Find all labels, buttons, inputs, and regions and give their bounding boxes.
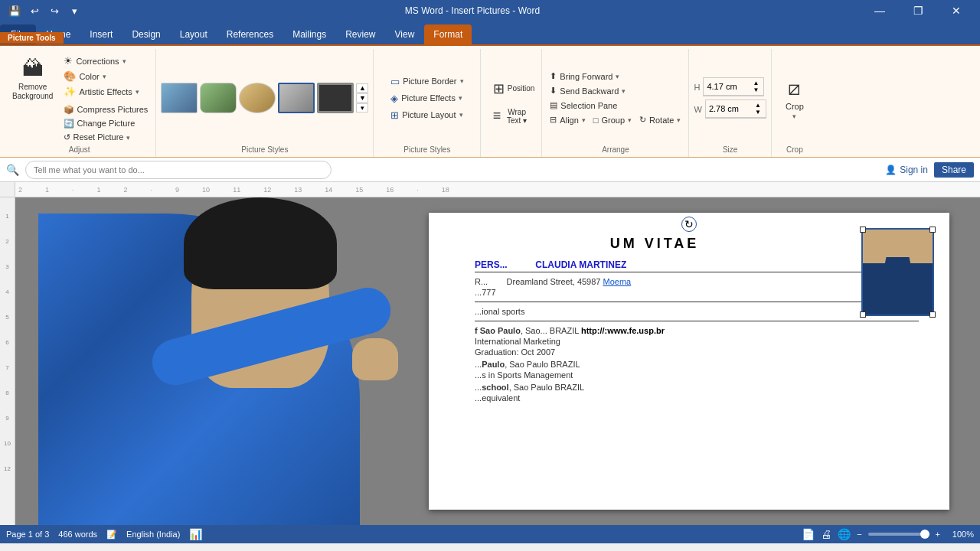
quick-access-toolbar: 💾 ↩ ↪ ▾	[6, 2, 83, 19]
crop-button[interactable]: ⧄ Crop ▾	[779, 72, 810, 124]
resize-handle-tr[interactable]	[929, 227, 936, 233]
language[interactable]: English (India)	[126, 530, 180, 539]
align-button[interactable]: ⊟ Align ▾	[547, 113, 588, 126]
redo-btn[interactable]: ↪	[46, 2, 63, 19]
undo-btn[interactable]: ↩	[26, 2, 43, 19]
zoom-in-btn[interactable]: +	[936, 530, 940, 539]
edu1-line: f Sao Paulo, Sao... BRAZIL http://:www.f…	[475, 326, 919, 335]
height-up[interactable]: ▲	[752, 80, 761, 86]
print-layout-icon[interactable]: 🖨	[821, 528, 831, 540]
picture-styles-gallery	[161, 83, 354, 113]
document-title: UM VITAE	[475, 236, 919, 252]
picture-border-label: Picture Styles	[403, 144, 450, 154]
save-btn[interactable]: 💾	[6, 2, 23, 19]
gallery-more[interactable]: ▾	[356, 103, 368, 112]
format-ribbon: Picture Tools 🏔 RemoveBackground ☀ Corre…	[0, 44, 980, 158]
width-input[interactable]: 2.78 cm ▲ ▼	[705, 99, 766, 119]
width-up[interactable]: ▲	[753, 102, 763, 109]
change-picture-button[interactable]: 🔄 Change Picture	[60, 117, 151, 130]
selection-pane-button[interactable]: ▤ Selection Pane	[547, 99, 620, 112]
tab-review[interactable]: Review	[336, 24, 384, 44]
artistic-effects-button[interactable]: ✨ Artistic Effects ▾	[60, 84, 151, 99]
track-changes-icon[interactable]: 📊	[189, 528, 202, 540]
zoom-out-btn[interactable]: −	[857, 530, 861, 539]
picture-layout-button[interactable]: ⊞ Picture Layout ▾	[387, 108, 466, 122]
group-button[interactable]: □ Group ▾	[590, 113, 635, 126]
bring-forward-button[interactable]: ⬆ Bring Forward ▾	[547, 70, 622, 83]
photo-container[interactable]	[861, 228, 934, 316]
width-spinner: W 2.78 cm ▲ ▼	[694, 99, 766, 119]
height-spinner: H 4.17 cm ▲ ▼	[694, 77, 764, 96]
edu2-line: ...Paulo, Sao Paulo BRAZIL	[475, 360, 919, 369]
edu3-detail: ...equivalent	[475, 393, 919, 403]
read-mode-icon[interactable]: 📄	[802, 528, 815, 540]
send-backward-button[interactable]: ⬇ Send Backward ▾	[547, 84, 629, 97]
gallery-down[interactable]: ▼	[356, 93, 368, 103]
corrections-button[interactable]: ☀ Corrections ▾	[60, 54, 151, 68]
picture-border-button[interactable]: ▭ Picture Border ▾	[387, 74, 466, 89]
height-value: 4.17 cm	[707, 82, 737, 91]
zoom-thumb[interactable]	[920, 530, 929, 539]
customize-btn[interactable]: ▾	[66, 2, 83, 19]
style-thumb-2[interactable]	[200, 83, 237, 113]
position-wrap-group: ⊞Position ≡Wrap Text ▾	[481, 49, 542, 157]
wrap-text-button[interactable]: ≡Wrap Text ▾	[488, 104, 534, 129]
status-right: 📄 🖨 🌐 − + 100%	[802, 528, 974, 540]
edu1-grad: Graduation: Oct 2007	[475, 347, 919, 357]
resize-handle-bl[interactable]	[860, 311, 866, 318]
height-down[interactable]: ▼	[752, 86, 761, 93]
edu1-course: International Marketing	[475, 337, 919, 346]
picture-border-group: ▭ Picture Border ▾ ◈ Picture Effects ▾ ⊞…	[374, 49, 481, 157]
style-thumb-5[interactable]	[317, 83, 354, 113]
reset-picture-button[interactable]: ↺ Reset Picture ▾	[60, 131, 151, 144]
vertical-ruler: 1234567891012	[0, 197, 15, 525]
share-button[interactable]: Share	[934, 162, 974, 178]
crop-group: ⧄ Crop ▾ Crop	[772, 49, 818, 157]
picture-styles-label: Picture Styles	[241, 144, 288, 154]
edu2-course: ...s in Sports Management	[475, 370, 919, 380]
color-button[interactable]: 🎨 Color ▾	[60, 69, 151, 83]
minimize-btn[interactable]: —	[862, 0, 897, 21]
remove-background-button[interactable]: 🏔 RemoveBackground	[8, 52, 57, 104]
size-label: Size	[723, 144, 737, 154]
picture-styles-group: ▲ ▼ ▾ Picture Styles	[156, 49, 374, 157]
web-layout-icon[interactable]: 🌐	[838, 528, 851, 540]
adjust-group: 🏔 RemoveBackground ☀ Corrections ▾ 🎨 Col…	[3, 49, 156, 157]
resize-handle-br[interactable]	[929, 311, 936, 318]
tab-mailings[interactable]: Mailings	[283, 24, 335, 44]
tab-insert[interactable]: Insert	[80, 24, 122, 44]
zoom-level[interactable]: 100%	[946, 530, 974, 539]
tab-design[interactable]: Design	[122, 24, 169, 44]
tab-format[interactable]: Format	[424, 24, 472, 44]
window-title: MS Word - Insert Pictures - Word	[83, 5, 862, 16]
height-input[interactable]: 4.17 cm ▲ ▼	[703, 77, 764, 96]
maximize-btn[interactable]: ❐	[900, 0, 936, 21]
picture-effects-button[interactable]: ◈ Picture Effects ▾	[387, 91, 466, 106]
style-thumb-4[interactable]	[278, 83, 315, 113]
proofing-icon[interactable]: 📝	[106, 530, 117, 540]
style-thumb-3[interactable]	[239, 83, 276, 113]
compress-pictures-button[interactable]: 📦 Compress Pictures	[60, 103, 151, 116]
arrange-label: Arrange	[602, 144, 629, 154]
divider-2	[475, 321, 919, 321]
photo-image	[863, 230, 933, 315]
search-input[interactable]	[25, 161, 332, 179]
width-down[interactable]: ▼	[753, 109, 763, 116]
position-button[interactable]: ⊞Position	[488, 77, 534, 101]
search-icon: 🔍	[6, 164, 19, 176]
ribbon-tab-bar: File Home Insert Design Layout Reference…	[0, 21, 980, 44]
gallery-up[interactable]: ▲	[356, 83, 368, 93]
tab-view[interactable]: View	[386, 24, 424, 44]
tab-references[interactable]: References	[217, 24, 283, 44]
picture-tools-label: Picture Tools	[0, 32, 64, 44]
resize-handle-tl[interactable]	[860, 227, 866, 233]
rotate-button[interactable]: ↻ Rotate ▾	[636, 113, 684, 126]
close-btn[interactable]: ✕	[939, 0, 974, 21]
style-thumb-1[interactable]	[161, 83, 198, 113]
rotate-handle[interactable]: ↻	[681, 217, 697, 232]
sign-in-button[interactable]: 👤 Sign in	[885, 165, 928, 175]
zoom-slider[interactable]	[868, 533, 929, 536]
arrange-group: ⬆ Bring Forward ▾ ⬇ Send Backward ▾ ▤ Se…	[542, 49, 689, 157]
status-bar: Page 1 of 3 466 words 📝 English (India) …	[0, 525, 980, 543]
tab-layout[interactable]: Layout	[171, 24, 217, 44]
